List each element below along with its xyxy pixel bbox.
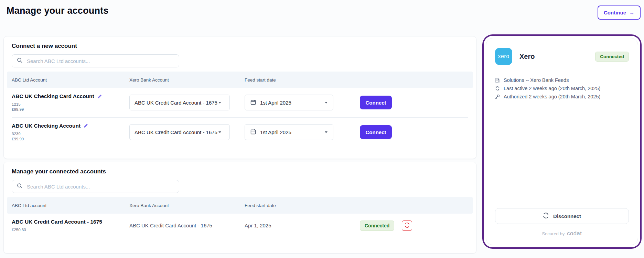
- column-header-xero-account: Xero Bank Account: [129, 203, 245, 208]
- integration-name: Xero: [519, 53, 535, 61]
- account-name: ABC UK Checking Card Account: [12, 93, 94, 99]
- column-header-xero-account: Xero Bank Account: [129, 77, 245, 83]
- connected-search-input[interactable]: [27, 184, 174, 190]
- connect-table-header: ABC Ltd Account Xero Bank Account Feed s…: [7, 72, 473, 88]
- connected-search-box[interactable]: [12, 180, 179, 193]
- account-number: 3239: [12, 131, 129, 137]
- table-row: ABC UK Checking Card Account 1215 £99.99…: [12, 88, 468, 118]
- arrow-right-icon: →: [629, 10, 634, 15]
- selected-bank-account: ABC UK Credit Card Account - 1675: [135, 100, 217, 106]
- xero-logo: xero: [495, 48, 512, 65]
- secured-by: Secured bycodat: [495, 230, 629, 237]
- connected-accounts-card: Manage your connected accounts ABC Ltd a…: [3, 162, 476, 254]
- connect-button[interactable]: Connect: [360, 96, 392, 109]
- selected-date: 1st April 2025: [260, 100, 291, 106]
- detail-text: Authorized 2 weeks ago (20th March, 2025…: [504, 94, 600, 99]
- edit-pencil-icon[interactable]: [84, 123, 88, 128]
- integration-panel: xero Xero Connected Solutions -- Xero Ba…: [482, 34, 642, 249]
- calendar-icon: [250, 99, 256, 106]
- search-icon: [17, 183, 22, 190]
- column-header-feed-start: Feed start date: [245, 77, 360, 83]
- calendar-icon: [250, 129, 256, 136]
- feed-start-date-picker[interactable]: 1st April 2025: [245, 124, 333, 140]
- detail-text: Last active 2 weeks ago (20th March, 202…: [504, 86, 600, 91]
- account-balance: £99.99: [12, 137, 129, 142]
- broken-link-icon: [543, 213, 549, 219]
- disconnect-button-label: Disconnect: [553, 213, 581, 219]
- selected-date: 1st April 2025: [260, 129, 291, 135]
- disconnect-account-button[interactable]: [402, 221, 412, 231]
- continue-button-label: Continue: [604, 10, 626, 15]
- page-title: Manage your accounts: [7, 6, 109, 16]
- connect-search-input[interactable]: [27, 58, 174, 64]
- status-badge: Connected: [360, 221, 394, 231]
- search-icon: [17, 57, 22, 64]
- chevron-down-icon: [218, 102, 221, 104]
- feed-start-date-picker[interactable]: 1st April 2025: [245, 95, 333, 110]
- bank-feeds-icon: [495, 78, 500, 83]
- codat-logo: codat: [567, 230, 582, 236]
- xero-bank-account-select[interactable]: ABC UK Credit Card Account - 1675: [129, 95, 230, 110]
- column-header-feed-start: Feed start date: [245, 203, 360, 208]
- connected-table-header: ABC Ltd account Xero Bank Account Feed s…: [7, 197, 473, 214]
- connect-search-box[interactable]: [12, 54, 179, 67]
- xero-bank-account-select[interactable]: ABC UK Credit Card Account - 1675: [129, 124, 230, 140]
- main-content: Connect a new account ABC Ltd Account Xe…: [3, 36, 476, 254]
- account-name: ABC UK Checking Account: [12, 123, 80, 129]
- chevron-down-icon: [218, 131, 221, 133]
- key-icon: [495, 94, 500, 99]
- connect-button[interactable]: Connect: [360, 125, 392, 139]
- detail-text: Solutions -- Xero Bank Feeds: [504, 77, 569, 83]
- edit-pencil-icon[interactable]: [97, 94, 102, 99]
- connect-card-title: Connect a new account: [12, 43, 468, 50]
- account-balance: £99.99: [12, 107, 129, 112]
- connected-card-title: Manage your connected accounts: [12, 168, 468, 175]
- refresh-icon: [495, 86, 500, 91]
- detail-last-active: Last active 2 weeks ago (20th March, 202…: [495, 86, 629, 91]
- detail-solutions: Solutions -- Xero Bank Feeds: [495, 77, 629, 83]
- linked-bank-account: ABC UK Credit Card Account - 1675: [129, 223, 245, 228]
- feed-start-date: Apr 1, 2025: [245, 223, 360, 228]
- integration-status-badge: Connected: [595, 52, 629, 62]
- connect-new-account-card: Connect a new account ABC Ltd Account Xe…: [3, 36, 476, 159]
- account-name: ABC UK Credit Card Account - 1675: [12, 219, 102, 225]
- column-header-abc-account: ABC Ltd account: [12, 203, 129, 208]
- column-header-abc-account: ABC Ltd Account: [12, 77, 129, 83]
- chevron-down-icon: [325, 102, 328, 104]
- detail-authorized: Authorized 2 weeks ago (20th March, 2025…: [495, 94, 629, 99]
- chevron-down-icon: [325, 131, 328, 133]
- secured-by-label: Secured by: [542, 231, 565, 236]
- account-number: 1215: [12, 102, 129, 107]
- selected-bank-account: ABC UK Credit Card Account - 1675: [135, 129, 217, 135]
- account-balance: £250.33: [12, 227, 129, 233]
- table-row: ABC UK Credit Card Account - 1675 £250.3…: [12, 214, 468, 238]
- continue-button[interactable]: Continue →: [598, 6, 641, 20]
- broken-link-icon: [405, 223, 410, 229]
- disconnect-button[interactable]: Disconnect: [495, 208, 629, 224]
- table-row: ABC UK Checking Account 3239 £99.99 ABC …: [12, 118, 468, 147]
